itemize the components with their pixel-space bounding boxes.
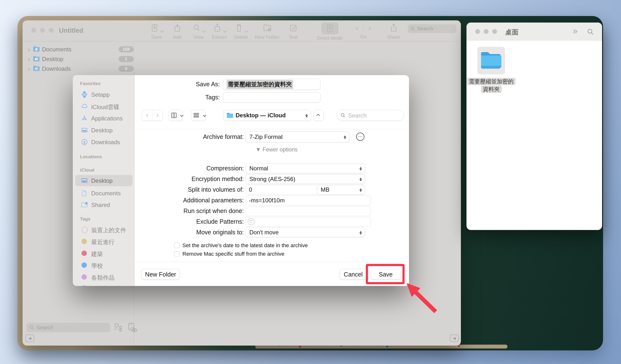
location-value: Desktop — iCloud — [236, 112, 286, 119]
sidebar-item-applications[interactable]: Applications — [73, 113, 135, 124]
sidebar-item-documents[interactable]: › Documents 159 — [23, 44, 134, 54]
split-volumes-input[interactable] — [246, 185, 318, 195]
forward-chevron-icon: › — [368, 24, 371, 32]
count-badge: 159 — [119, 46, 134, 52]
folder-name[interactable]: 需要壓縮並加密的 — [466, 78, 516, 85]
toolbar-label: Test — [280, 34, 306, 40]
toolbar-search-field[interactable]: Search — [408, 24, 456, 33]
sidebar-item-icloud-drive[interactable]: iCloud雲碟 — [73, 101, 135, 112]
zoom-button[interactable] — [492, 29, 497, 34]
minimize-button[interactable] — [484, 29, 489, 34]
zoom-button[interactable] — [49, 28, 54, 33]
archive-format-dropdown[interactable]: 7-Zip Format — [246, 131, 349, 142]
sidebar-item-desktop[interactable]: › Desktop 1 — [23, 54, 134, 64]
toolbar-overflow-icon[interactable]: » — [573, 26, 578, 36]
dialog-search-field[interactable]: Search — [337, 110, 404, 121]
tag-item-reading[interactable]: 閱讀與演講 — [73, 283, 135, 286]
sidebar-item-downloads[interactable]: › Downloads 0 — [23, 64, 134, 73]
cloud-icon — [81, 103, 88, 110]
compression-dropdown[interactable]: Normal — [246, 164, 365, 173]
additional-parameters-input[interactable] — [246, 196, 371, 205]
remove-mac-stuff-checkbox-label: Remove Mac specific stuff from the archi… — [182, 251, 284, 257]
disclosure-chevron-icon[interactable]: › — [28, 55, 30, 63]
location-dropdown[interactable]: Desktop — iCloud — [223, 110, 311, 121]
fewer-options-toggle[interactable]: ▼ Fewer options — [223, 146, 330, 153]
sidebar-item-label: Setapp — [91, 91, 110, 98]
tag-item-architecture[interactable]: 建築 — [73, 248, 135, 259]
sidebar-item-icloud-documents[interactable]: Documents — [73, 188, 135, 198]
toolbar-go-button[interactable]: ‹ › Go — [349, 23, 378, 40]
minimize-button[interactable] — [40, 28, 45, 33]
format-options-ellipsis-button[interactable]: ⋯ — [356, 133, 364, 141]
folder-name-line2-wrap[interactable]: 資料夾 — [466, 86, 516, 93]
beach-speck — [458, 345, 460, 347]
search-icon[interactable] — [587, 28, 594, 35]
toolbar-direct-mode-button[interactable]: Direct Mode — [310, 23, 349, 41]
tag-item-school[interactable]: 學校 — [73, 260, 135, 270]
tag-item-works[interactable]: 各類作品 — [73, 272, 135, 282]
split-unit-dropdown[interactable]: MB — [317, 185, 365, 195]
tags-header: Tags — [80, 216, 90, 222]
group-view-button[interactable] — [191, 110, 206, 121]
toolbar-test-button[interactable]: Test — [280, 23, 306, 40]
footer-divider — [135, 262, 409, 262]
close-button[interactable] — [31, 28, 36, 33]
finder-window: 桌面 » 需要壓縮並加密的 資料夾 — [466, 23, 602, 230]
chevron-down-icon — [180, 114, 183, 117]
checkbox-check-icon — [289, 29, 297, 33]
exclude-patterns-input[interactable] — [246, 217, 371, 227]
up-directory-button[interactable] — [313, 110, 324, 121]
tag-color-dot — [82, 274, 87, 280]
column-view-button[interactable] — [169, 110, 183, 121]
columns-icon — [171, 112, 177, 118]
tag-color-dot — [82, 239, 87, 244]
collapse-panel-button[interactable]: ◀ — [450, 334, 459, 342]
new-folder-button[interactable]: New Folder — [141, 269, 180, 280]
sidebar-item-icloud-shared[interactable]: Shared — [73, 199, 135, 210]
split-view-icon[interactable] — [114, 323, 124, 332]
tag-color-dot — [82, 285, 87, 286]
archive-preview-eye-icon[interactable] — [127, 322, 138, 333]
remove-mac-stuff-checkbox[interactable] — [174, 251, 180, 257]
tag-color-dot — [82, 251, 87, 256]
tag-label: 學校 — [91, 262, 103, 270]
tag-item-recent[interactable]: 最近進行 — [73, 236, 135, 247]
tags-field[interactable] — [223, 92, 320, 103]
search-placeholder: Search — [348, 112, 366, 119]
close-button[interactable] — [475, 29, 480, 34]
tag-color-dot — [82, 227, 88, 233]
toolbar-share-button[interactable]: Share — [381, 23, 406, 40]
toolbar-label: Share — [381, 34, 406, 40]
sidebar-item-label: Applications — [91, 115, 122, 122]
shared-folder-icon — [81, 201, 88, 208]
disclosure-chevron-icon[interactable]: › — [28, 65, 30, 73]
toolbar-label: New Folder — [250, 34, 284, 40]
run-script-input[interactable] — [246, 206, 371, 216]
tags-label: Tags: — [153, 92, 220, 102]
back-chevron-icon: ‹ — [356, 24, 358, 32]
selected-folder-tile[interactable] — [477, 47, 505, 74]
archive-date-checkbox[interactable] — [174, 243, 180, 248]
back-button[interactable]: ‹ — [142, 110, 152, 121]
exclude-patterns-label: Exclude Patterns: — [158, 217, 244, 226]
cancel-button[interactable]: Cancel — [340, 269, 367, 280]
grid-icon — [193, 112, 199, 118]
search-icon — [410, 26, 415, 31]
toolbar-new-folder-button[interactable]: New Folder — [250, 23, 284, 40]
collapse-sidebar-button[interactable]: ◀ — [25, 334, 34, 342]
popup-stepper-icon — [359, 176, 363, 182]
sidebar-search-field[interactable]: Search — [26, 323, 110, 332]
sidebar-item-icloud-desktop[interactable]: Desktop — [73, 175, 135, 186]
sidebar-item-downloads-fav[interactable]: Downloads — [73, 137, 135, 147]
save-as-field[interactable]: 需要壓縮並加密的資料夾 — [223, 79, 320, 90]
encryption-method-dropdown[interactable]: Strong (AES-256) — [246, 174, 365, 184]
chevron-down-icon — [203, 114, 206, 117]
sidebar-item-desktop-fav[interactable]: Desktop — [73, 125, 135, 135]
forward-button[interactable]: › — [152, 110, 163, 121]
count-badge: 1 — [119, 56, 134, 62]
sidebar-item-setapp[interactable]: Setapp — [73, 89, 135, 100]
move-originals-dropdown[interactable]: Don't move — [246, 228, 365, 237]
tag-item-on-device[interactable]: 裝置上的文件 — [73, 224, 135, 235]
disclosure-chevron-icon[interactable]: › — [28, 46, 30, 53]
pattern-token[interactable] — [248, 219, 254, 224]
